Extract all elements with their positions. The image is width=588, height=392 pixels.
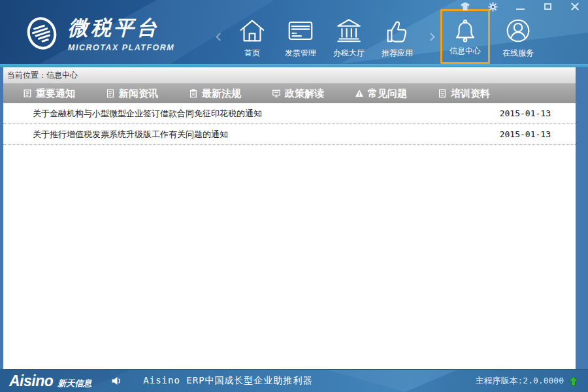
nav-label: 在线服务 (502, 48, 534, 59)
nav-item-home[interactable]: 首页 (228, 9, 276, 64)
bell-icon (450, 16, 480, 46)
aisino-logo: Aisino 新天信息 (9, 372, 91, 390)
nav-item-recommended-apps[interactable]: 推荐应用 (373, 9, 421, 64)
header: 微税平台 MICROTAX PLATFORM (0, 0, 588, 64)
category-tabbar: 重要通知 新闻资讯 (3, 84, 576, 103)
nav-label: 首页 (244, 48, 260, 59)
speaker-button[interactable] (111, 376, 122, 386)
tab-label: 常见问题 (368, 88, 407, 100)
tab-faq[interactable]: 常见问题 (355, 88, 407, 100)
app-window: 微税平台 MICROTAX PLATFORM (0, 0, 588, 392)
home-icon (237, 16, 267, 46)
tab-policy-interpretation[interactable]: 政策解读 (272, 88, 324, 100)
app-subtitle: MICROTAX PLATFORM (68, 43, 174, 52)
tab-label: 新闻资讯 (119, 88, 158, 100)
content-area: 当前位置：信息中心 重要通知 (0, 67, 588, 369)
bank-icon (334, 16, 364, 46)
tab-important-notices[interactable]: 重要通知 (23, 88, 75, 100)
warning-triangle-icon (355, 89, 364, 98)
nav-label: 办税大厅 (333, 48, 365, 59)
nav-scroll-right-icon[interactable] (427, 33, 435, 41)
microtax-logo-icon (25, 14, 59, 52)
tab-label: 政策解读 (285, 88, 324, 100)
app-logo: 微税平台 MICROTAX PLATFORM (25, 14, 174, 52)
tab-training-materials[interactable]: 培训资料 (438, 88, 490, 100)
nav-item-info-center[interactable]: 信息中心 (440, 9, 490, 64)
notice-date: 2015-01-13 (500, 129, 551, 139)
update-button[interactable] (568, 376, 579, 387)
footer: Aisino 新天信息 Aisino ERP中国成长型企业助推利器 主程序版本:… (0, 369, 588, 392)
notice-title: 关于金融机构与小型微型企业签订借款合同免征印花税的通知 (33, 108, 500, 120)
minimize-icon (516, 8, 525, 10)
theme-skin-button[interactable] (460, 2, 470, 11)
invoice-card-icon (286, 16, 316, 46)
maximize-icon (544, 3, 551, 10)
notice-list: 关于金融机构与小型微型企业签订借款合同免征印花税的通知 2015-01-13 关… (3, 103, 576, 145)
notice-row[interactable]: 关于金融机构与小型微型企业签订借款合同免征印花税的通知 2015-01-13 (3, 103, 576, 124)
titlebar-controls (460, 2, 580, 11)
monitor-icon (272, 89, 281, 98)
tab-label: 最新法规 (202, 88, 241, 100)
news-doc-icon (106, 89, 115, 98)
notice-date: 2015-01-13 (500, 108, 551, 118)
nav-label: 信息中心 (449, 46, 481, 57)
clipboard-icon (189, 89, 198, 98)
nav-item-tax-hall[interactable]: 办税大厅 (325, 9, 373, 64)
user-icon (503, 16, 533, 46)
nav-scroll-left-icon[interactable] (216, 33, 224, 41)
notice-row[interactable]: 关于推行增值税发票系统升级版工作有关问题的通知 2015-01-13 (3, 124, 576, 145)
notepad-icon (23, 89, 32, 98)
document-icon (438, 89, 447, 98)
settings-button[interactable] (487, 2, 498, 11)
maximize-button[interactable] (542, 2, 553, 11)
app-title: 微税平台 (68, 14, 174, 42)
version-text: 主程序版本:2.0.0000 (476, 375, 564, 387)
breadcrumb: 当前位置：信息中心 (3, 67, 576, 84)
ticker-text: Aisino ERP中国成长型企业助推利器 (143, 375, 312, 387)
shirt-icon (460, 2, 470, 11)
speaker-icon (111, 376, 122, 386)
nav-item-online-service[interactable]: 在线服务 (494, 9, 542, 64)
notice-title: 关于推行增值税发票系统升级版工作有关问题的通知 (33, 129, 500, 140)
nav-label: 推荐应用 (382, 48, 413, 59)
aisino-brand-text: Aisino (9, 372, 53, 390)
green-up-arrow-icon (568, 376, 579, 387)
main-nav: 首页 发票管理 (217, 9, 542, 64)
tab-latest-regulations[interactable]: 最新法规 (189, 88, 241, 100)
tab-label: 培训资料 (451, 88, 490, 100)
close-icon (571, 3, 579, 10)
thumbs-up-icon (382, 16, 412, 46)
gear-icon (488, 2, 498, 12)
minimize-button[interactable] (515, 2, 525, 11)
nav-label: 发票管理 (285, 48, 316, 59)
tab-label: 重要通知 (36, 88, 75, 100)
close-button[interactable] (570, 2, 580, 11)
nav-item-invoice[interactable]: 发票管理 (276, 9, 325, 64)
aisino-brand-cn-text: 新天信息 (57, 378, 91, 389)
tab-news[interactable]: 新闻资讯 (106, 88, 158, 100)
